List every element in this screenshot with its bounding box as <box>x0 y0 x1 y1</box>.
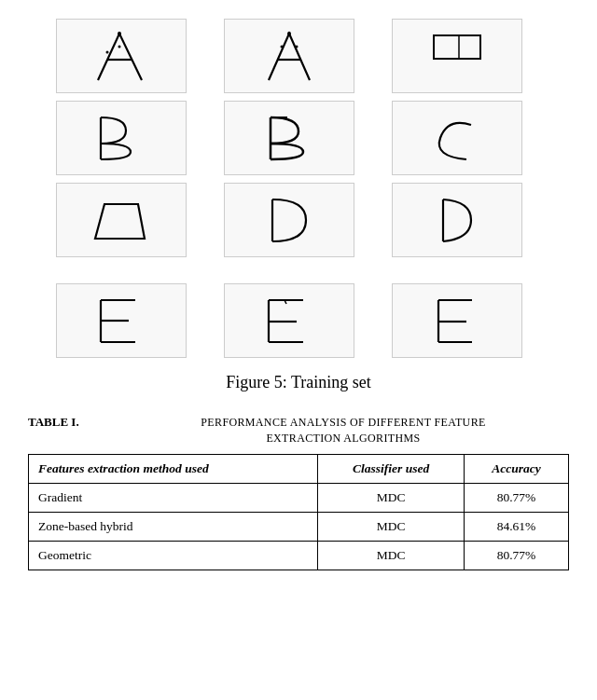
char-cell-C1 <box>392 101 522 175</box>
char-cell-A2 <box>224 19 354 93</box>
col-header-classifier: Classifier used <box>318 454 465 483</box>
char-cell-B2 <box>224 101 354 175</box>
cell-accuracy-2: 80.77% <box>465 541 569 570</box>
svg-rect-8 <box>434 35 480 59</box>
cell-feature-0: Gradient <box>29 483 318 512</box>
char-cell-B1 <box>56 101 187 175</box>
char-svg-E3 <box>420 291 494 351</box>
cell-classifier-1: MDC <box>318 512 465 541</box>
svg-point-7 <box>296 45 298 48</box>
char-svg-B1 <box>84 108 159 169</box>
performance-table: Features extraction method used Classifi… <box>28 454 569 570</box>
table-header-row: Features extraction method used Classifi… <box>29 454 569 483</box>
char-svg-E2 <box>252 291 326 351</box>
cell-classifier-2: MDC <box>318 541 465 570</box>
character-grid <box>56 19 541 358</box>
char-cell-E1 <box>56 283 187 358</box>
char-svg-C1 <box>420 108 494 169</box>
table-section: TABLE I. PERFORMANCE ANALYSIS OF DIFFERE… <box>28 415 569 570</box>
svg-point-5 <box>287 32 291 35</box>
char-svg-flag <box>420 26 494 87</box>
svg-point-6 <box>281 45 284 48</box>
char-svg-trap <box>84 190 159 251</box>
char-svg-A1 <box>84 26 159 87</box>
cell-classifier-0: MDC <box>318 483 465 512</box>
table-row: GeometricMDC80.77% <box>29 541 569 570</box>
char-cell-D1 <box>224 183 354 257</box>
col-header-accuracy: Accuracy <box>465 454 569 483</box>
char-cell-D2 <box>392 183 522 257</box>
table-title-line2: EXTRACTION ALGORITHMS <box>118 431 569 446</box>
cell-accuracy-1: 84.61% <box>465 512 569 541</box>
char-svg-B2 <box>252 108 326 169</box>
char-cell-A1 <box>56 19 187 93</box>
table-title-line1: PERFORMANCE ANALYSIS OF DIFFERENT FEATUR… <box>118 415 569 431</box>
table-header-row: TABLE I. PERFORMANCE ANALYSIS OF DIFFERE… <box>28 415 569 446</box>
cell-feature-1: Zone-based hybrid <box>29 512 318 541</box>
char-cell-flag <box>392 19 522 93</box>
char-svg-D1 <box>252 190 326 251</box>
svg-point-1 <box>118 32 121 35</box>
svg-point-2 <box>106 50 109 53</box>
caption-text: Figure 5: <box>226 373 291 391</box>
caption-title: Training set <box>291 373 371 391</box>
cell-accuracy-0: 80.77% <box>465 483 569 512</box>
table-row: Zone-based hybridMDC84.61% <box>29 512 569 541</box>
svg-point-3 <box>118 45 121 48</box>
col-header-feature: Features extraction method used <box>29 454 318 483</box>
table-title: PERFORMANCE ANALYSIS OF DIFFERENT FEATUR… <box>118 415 569 446</box>
svg-marker-15 <box>95 204 145 239</box>
figure-caption: Figure 5: Training set <box>28 373 569 392</box>
table-label: TABLE I. <box>28 415 103 430</box>
char-svg-E1 <box>84 291 159 351</box>
cell-feature-2: Geometric <box>29 541 318 570</box>
char-svg-D2 <box>420 190 494 251</box>
char-cell-E2 <box>224 283 354 358</box>
char-svg-A2 <box>252 26 326 87</box>
char-cell-E3 <box>392 283 522 358</box>
char-cell-trap <box>56 183 187 257</box>
table-row: GradientMDC80.77% <box>29 483 569 512</box>
